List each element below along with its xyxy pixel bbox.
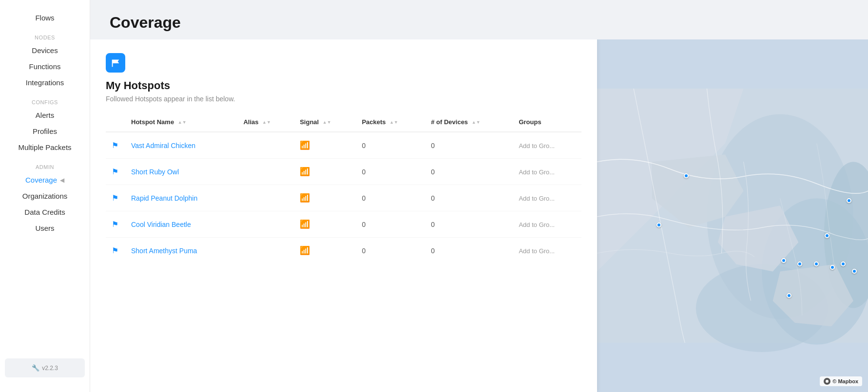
hotspot-name-link[interactable]: Rapid Peanut Dolphin <box>131 194 197 202</box>
col-hotspot-name-label: Hotspot Name <box>131 118 174 126</box>
mapbox-circle-icon <box>824 378 830 385</box>
col-icon-header <box>106 114 125 132</box>
map-area: © Mapbox <box>597 39 868 392</box>
row-num-devices: 0 <box>425 185 513 211</box>
sidebar-item-coverage[interactable]: Coverage ◀ <box>0 172 90 188</box>
sort-arrows-devices[interactable]: ▲▼ <box>472 120 481 125</box>
row-hotspot-name[interactable]: Rapid Peanut Dolphin <box>125 185 237 211</box>
row-packets: 0 <box>356 159 425 185</box>
sidebar-item-data-credits[interactable]: Data Credits <box>0 204 90 220</box>
col-packets[interactable]: Packets ▲▼ <box>356 114 425 132</box>
add-to-group-button[interactable]: Add to Gro... <box>519 168 555 176</box>
wrench-icon: 🔧 <box>32 364 39 372</box>
col-alias[interactable]: Alias ▲▼ <box>237 114 294 132</box>
sidebar-item-functions[interactable]: Functions <box>0 58 90 75</box>
add-to-group-button[interactable]: Add to Gro... <box>519 221 555 228</box>
col-groups-label: Groups <box>519 118 541 126</box>
table-row: ⚑Short Amethyst Puma📶00Add to Gro... <box>106 238 581 264</box>
sidebar-item-users[interactable]: Users <box>0 220 90 236</box>
row-alias <box>237 238 294 264</box>
row-flag-icon: ⚑ <box>106 159 125 185</box>
signal-wifi-icon: 📶 <box>300 220 310 229</box>
sort-arrows-signal[interactable]: ▲▼ <box>323 120 331 125</box>
sidebar-item-organizations[interactable]: Organizations <box>0 188 90 204</box>
col-signal[interactable]: Signal ▲▼ <box>294 114 356 132</box>
version-badge: 🔧 v2.2.3 <box>5 358 85 377</box>
flag-icon: ⚑ <box>112 220 118 228</box>
flag-panel-icon <box>110 57 121 68</box>
col-hotspot-name[interactable]: Hotspot Name ▲▼ <box>125 114 237 132</box>
page-title: Coverage <box>110 14 849 32</box>
row-flag-icon: ⚑ <box>106 238 125 264</box>
row-alias <box>237 185 294 211</box>
signal-wifi-icon: 📶 <box>300 167 310 176</box>
sort-arrows-name[interactable]: ▲▼ <box>178 120 187 125</box>
sidebar-item-profiles[interactable]: Profiles <box>0 123 90 139</box>
row-flag-icon: ⚑ <box>106 185 125 211</box>
row-groups[interactable]: Add to Gro... <box>513 211 581 238</box>
hotspot-table: Hotspot Name ▲▼ Alias ▲▼ Signal ▲▼ Pac <box>106 114 581 263</box>
mapbox-label: © Mapbox <box>832 378 858 384</box>
row-flag-icon: ⚑ <box>106 132 125 159</box>
hotspot-name-link[interactable]: Short Ruby Owl <box>131 168 179 176</box>
map-dot <box>852 269 857 274</box>
col-num-devices-label: # of Devices <box>431 118 468 126</box>
col-alias-label: Alias <box>243 118 258 126</box>
row-signal: 📶 <box>294 238 356 264</box>
table-row: ⚑Cool Viridian Beetle📶00Add to Gro... <box>106 211 581 238</box>
row-signal: 📶 <box>294 211 356 238</box>
row-hotspot-name[interactable]: Cool Viridian Beetle <box>125 211 237 238</box>
col-groups: Groups <box>513 114 581 132</box>
row-num-devices: 0 <box>425 132 513 159</box>
panel-subtitle: Followed Hotspots appear in the list bel… <box>106 95 581 103</box>
map-dot <box>684 173 689 178</box>
row-signal: 📶 <box>294 132 356 159</box>
row-packets: 0 <box>356 238 425 264</box>
coverage-label: Coverage <box>25 176 57 184</box>
hotspot-name-link[interactable]: Vast Admiral Chicken <box>131 142 195 149</box>
sidebar-item-flows[interactable]: Flows <box>0 10 90 26</box>
row-alias <box>237 211 294 238</box>
signal-wifi-icon: 📶 <box>300 193 310 203</box>
row-flag-icon: ⚑ <box>106 211 125 238</box>
row-alias <box>237 159 294 185</box>
sidebar-item-devices[interactable]: Devices <box>0 42 90 58</box>
add-to-group-button[interactable]: Add to Gro... <box>519 247 555 255</box>
table-row: ⚑Short Ruby Owl📶00Add to Gro... <box>106 159 581 185</box>
row-signal: 📶 <box>294 185 356 211</box>
signal-wifi-icon: 📶 <box>300 141 310 150</box>
panel-title: My Hotspots <box>106 79 581 92</box>
main-content: Coverage My Hotspots Followed Hotspots a… <box>90 0 868 392</box>
sidebar-item-integrations[interactable]: Integrations <box>0 75 90 91</box>
map-dot <box>847 198 851 203</box>
hotspot-name-link[interactable]: Short Amethyst Puma <box>131 247 197 255</box>
panel-icon <box>106 53 125 73</box>
sort-arrows-alias[interactable]: ▲▼ <box>262 120 271 125</box>
version-label: v2.2.3 <box>42 365 58 372</box>
col-signal-label: Signal <box>300 118 319 126</box>
row-hotspot-name[interactable]: Short Amethyst Puma <box>125 238 237 264</box>
row-num-devices: 0 <box>425 238 513 264</box>
row-hotspot-name[interactable]: Short Ruby Owl <box>125 159 237 185</box>
flag-icon: ⚑ <box>112 168 118 176</box>
add-to-group-button[interactable]: Add to Gro... <box>519 142 555 149</box>
hotspot-name-link[interactable]: Cool Viridian Beetle <box>131 221 191 228</box>
sort-arrows-packets[interactable]: ▲▼ <box>389 120 398 125</box>
row-num-devices: 0 <box>425 211 513 238</box>
sidebar-item-multiple-packets[interactable]: Multiple Packets <box>0 139 90 155</box>
hotspots-panel: My Hotspots Followed Hotspots appear in … <box>90 39 597 392</box>
row-groups[interactable]: Add to Gro... <box>513 185 581 211</box>
coverage-collapse-icon[interactable]: ◀ <box>60 177 64 184</box>
content-area: My Hotspots Followed Hotspots appear in … <box>90 39 868 392</box>
row-groups[interactable]: Add to Gro... <box>513 132 581 159</box>
row-hotspot-name[interactable]: Vast Admiral Chicken <box>125 132 237 159</box>
table-row: ⚑Rapid Peanut Dolphin📶00Add to Gro... <box>106 185 581 211</box>
add-to-group-button[interactable]: Add to Gro... <box>519 195 555 202</box>
sidebar-item-alerts[interactable]: Alerts <box>0 107 90 123</box>
col-num-devices[interactable]: # of Devices ▲▼ <box>425 114 513 132</box>
map-svg <box>597 39 868 392</box>
row-groups[interactable]: Add to Gro... <box>513 238 581 264</box>
row-signal: 📶 <box>294 159 356 185</box>
row-groups[interactable]: Add to Gro... <box>513 159 581 185</box>
table-row: ⚑Vast Admiral Chicken📶00Add to Gro... <box>106 132 581 159</box>
